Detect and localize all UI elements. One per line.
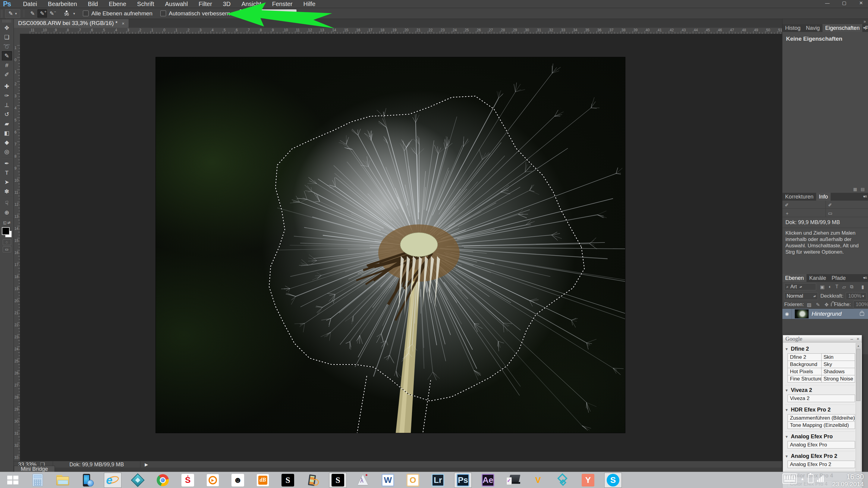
taskbar-icon-calculator[interactable] (29, 473, 46, 487)
brush-size-picker[interactable]: 96 (61, 9, 72, 18)
lock-pixels-icon[interactable]: ✎ (816, 302, 820, 307)
close-button[interactable]: ✕ (857, 0, 865, 6)
subtract-from-selection-brush-button[interactable]: ✎− (47, 9, 57, 18)
blend-mode-select[interactable]: Normal ▴▾ (784, 292, 818, 300)
menu-item-fenster[interactable]: Fenster (267, 1, 298, 7)
keyboard-icon[interactable] (782, 474, 797, 484)
nik-scrollbar[interactable]: ▲ (856, 343, 861, 488)
lasso-tool[interactable]: ➰ (2, 42, 12, 51)
tab-kanäle[interactable]: Kanäle (807, 274, 829, 282)
taskbar-icon-lambda-prism[interactable]: λ (354, 473, 371, 487)
crop-tool[interactable]: # (2, 61, 12, 70)
taskbar-icon-explorer[interactable] (54, 473, 71, 487)
tool-preset-picker[interactable]: ✎▾ (5, 9, 20, 18)
nik-close-icon[interactable]: × (857, 336, 859, 341)
tab-histog[interactable]: Histog (782, 24, 803, 32)
tab-korrekturen[interactable]: Korrekturen (782, 193, 816, 201)
blur-tool[interactable]: ◆ (2, 138, 12, 147)
screen-mode-button[interactable]: ▭ (3, 247, 11, 253)
filter-pixel-layers-icon[interactable]: ▣ (820, 284, 825, 290)
panel-menu-icon[interactable]: ▾≡ (863, 25, 867, 30)
taskbar-icon-skype[interactable]: S (604, 473, 621, 487)
filter-type-layers-icon[interactable]: T (835, 284, 838, 290)
collapse-panels-icon[interactable]: » (864, 19, 866, 24)
status-flyout-icon[interactable]: ▶ (145, 462, 148, 467)
filter-smart-objects-icon[interactable]: ⧉ (850, 284, 853, 290)
taskbar-icon-vaio[interactable]: ✓ (504, 473, 521, 487)
nik-button[interactable]: Viveza 2 (787, 395, 855, 402)
triangle-down-icon[interactable]: ▼ (785, 408, 788, 412)
sample-all-layers-option[interactable]: Alle Ebenen aufnehmen (83, 10, 153, 17)
brush-tool[interactable]: ✑ (2, 91, 12, 100)
taskbar-icon-chrome[interactable] (154, 473, 171, 487)
menu-item-ansicht[interactable]: Ansicht (236, 1, 267, 7)
nik-minimize-icon[interactable]: – (850, 336, 853, 341)
quick-selection-tool[interactable]: ✎ (2, 51, 12, 61)
rectangular-marquee-tool[interactable]: ❏ (2, 33, 12, 42)
nik-button[interactable]: Shadows (821, 368, 855, 375)
menu-item-bild[interactable]: Bild (83, 1, 103, 7)
lock-transparency-icon[interactable]: ▨ (807, 302, 811, 307)
minimize-button[interactable]: — (824, 0, 831, 6)
eyedropper-icon[interactable]: ✐ (785, 202, 791, 208)
nik-button[interactable]: Tone Mapping (Einzelbild) (787, 421, 855, 429)
taskbar-icon-sparkasse[interactable]: Ṡ (179, 473, 196, 487)
history-brush-tool[interactable]: ↺ (2, 110, 12, 119)
taskbar-icon-diamond-app[interactable] (129, 473, 146, 487)
nik-button[interactable]: Background (787, 361, 822, 368)
eyedropper-icon[interactable]: ✐ (828, 202, 834, 208)
fill-value[interactable]: 100% ▾ (853, 301, 868, 308)
triangle-down-icon[interactable]: ▼ (785, 347, 788, 351)
add-to-selection-brush-button[interactable]: ✎+ (37, 9, 47, 18)
nik-button[interactable]: Fine Structures (787, 375, 822, 383)
layer-visibility-eye-icon[interactable]: ◉ (785, 311, 789, 317)
nik-button[interactable]: Zusammenführen (Bildreihe) (787, 414, 855, 422)
taskbar-icon-s-black[interactable]: S (279, 473, 296, 487)
triangle-down-icon[interactable]: ▼ (785, 435, 788, 439)
taskbar-icon-orange-media[interactable]: ▶ (204, 473, 221, 487)
healing-brush-tool[interactable]: ✚ (2, 82, 12, 91)
layer-thumbnail[interactable] (795, 310, 809, 318)
tab-info[interactable]: Info (816, 193, 831, 201)
start-button[interactable] (4, 473, 21, 487)
document-tab[interactable]: DSC00908.ARW bei 33,3% (RGB/16) * × (14, 19, 129, 28)
taskbar-icon-s-black-2[interactable]: S (330, 473, 346, 487)
mini-bridge-tab[interactable]: Mini Bridge (14, 466, 55, 472)
taskbar-clock[interactable]: 16:30 23.09.2014 (832, 474, 864, 487)
menu-item-bearbeiten[interactable]: Bearbeiten (42, 1, 83, 7)
menu-item-datei[interactable]: Datei (18, 1, 42, 7)
path-selection-tool[interactable]: ➤ (2, 177, 12, 187)
layer-filter-type[interactable]: ⌕ Art ▴▾ (784, 283, 816, 290)
nik-button[interactable]: Analog Efex Pro (787, 441, 855, 449)
panel-menu-icon[interactable]: ▾≡ (863, 194, 867, 199)
pen-tool[interactable]: ✒ (2, 159, 12, 168)
clone-stamp-tool[interactable]: ⊥ (2, 100, 12, 110)
menu-item-hilfe[interactable]: Hilfe (298, 1, 321, 7)
scroll-up-icon[interactable]: ▲ (856, 344, 861, 349)
taskbar-icon-teal-layers[interactable] (555, 473, 571, 487)
taskbar-icon-lightroom[interactable]: Lr (430, 473, 446, 487)
new-selection-brush-button[interactable]: ✎ (28, 9, 37, 18)
taskbar-icon-after-effects[interactable]: Ae (479, 473, 496, 487)
tab-pfade[interactable]: Pfade (829, 274, 848, 282)
lock-all-icon[interactable] (831, 303, 832, 306)
triangle-down-icon[interactable]: ▼ (785, 388, 788, 392)
opacity-value[interactable]: 100% ▾ (846, 292, 867, 300)
checkbox[interactable] (160, 10, 166, 16)
menu-item-ebene[interactable]: Ebene (103, 1, 132, 7)
menu-item-auswahl[interactable]: Auswahl (159, 1, 193, 7)
dodge-tool[interactable]: ◎ (2, 147, 12, 156)
menu-item-3d[interactable]: 3D (218, 1, 236, 7)
taskbar-icon-freemake[interactable]: V (530, 473, 547, 487)
custom-shape-tool[interactable]: ✽ (2, 187, 12, 196)
layer-filter-toggle[interactable]: ▮ (861, 284, 864, 290)
type-tool[interactable]: T (2, 168, 12, 177)
nik-button[interactable]: Strong Noise (821, 375, 855, 383)
taskbar-icon-y-app[interactable]: Y (580, 473, 596, 487)
filter-shape-layers-icon[interactable]: ▱ (842, 284, 846, 290)
nik-button[interactable]: Hot Pixels (787, 368, 822, 375)
lock-position-icon[interactable]: ✥ (825, 302, 829, 307)
auto-enhance-option[interactable]: Automatisch verbessern (160, 10, 230, 17)
network-signal-icon[interactable] (817, 475, 824, 482)
color-swatches[interactable] (2, 227, 12, 238)
